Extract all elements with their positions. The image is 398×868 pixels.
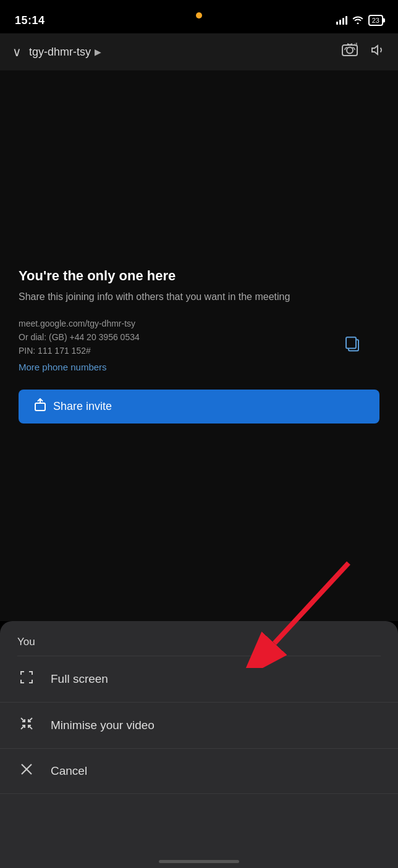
fullscreen-icon xyxy=(17,670,36,688)
bottom-panel: You Full screen xyxy=(0,621,398,868)
minimise-video-menu-item[interactable]: Minimise your video xyxy=(0,703,398,749)
chevron-down-icon[interactable]: ∨ xyxy=(12,44,22,59)
home-indicator xyxy=(159,860,239,863)
meeting-id-arrow-icon: ▶ xyxy=(95,47,101,57)
meeting-link-row: meet.google.com/tgy-dhmr-tsy Or dial: (G… xyxy=(19,317,379,362)
copy-icon[interactable] xyxy=(344,338,361,355)
share-invite-button[interactable]: Share invite xyxy=(19,390,379,424)
svg-rect-5 xyxy=(346,337,356,348)
minimise-icon xyxy=(17,716,36,735)
svg-rect-6 xyxy=(35,403,45,411)
main-content: You're the only one here Share this join… xyxy=(0,70,398,621)
signal-icon xyxy=(336,16,347,25)
battery-icon: 23 xyxy=(368,15,383,26)
wifi-icon xyxy=(352,15,363,26)
full-screen-menu-item[interactable]: Full screen xyxy=(0,656,398,703)
meeting-id: tgy-dhmr-tsy ▶ xyxy=(29,46,101,59)
full-screen-label: Full screen xyxy=(51,672,108,686)
bottom-panel-header: You xyxy=(0,621,398,656)
only-one-heading: You're the only one here xyxy=(19,268,379,284)
joining-info-text: Share this joining info with others that… xyxy=(19,290,379,304)
svg-point-1 xyxy=(347,48,353,54)
share-invite-label: Share invite xyxy=(53,400,112,413)
share-icon xyxy=(33,398,47,415)
cancel-label: Cancel xyxy=(51,764,87,778)
status-bar: 15:14 23 xyxy=(0,0,398,33)
camera-switch-icon[interactable]: ↺ xyxy=(341,43,358,61)
status-time: 15:14 xyxy=(15,14,45,27)
status-dot xyxy=(196,12,202,19)
meeting-details-block: meet.google.com/tgy-dhmr-tsy Or dial: (G… xyxy=(19,317,140,362)
audio-icon[interactable] xyxy=(371,43,386,61)
svg-marker-3 xyxy=(372,46,378,54)
copy-icon-wrapper[interactable] xyxy=(344,335,361,356)
minimise-video-label: Minimise your video xyxy=(51,719,155,732)
meeting-link: meet.google.com/tgy-dhmr-tsy Or dial: (G… xyxy=(19,317,140,358)
cancel-icon xyxy=(17,762,36,780)
cancel-menu-item[interactable]: Cancel xyxy=(0,749,398,794)
svg-text:↺: ↺ xyxy=(354,43,358,48)
status-icons: 23 xyxy=(336,15,383,26)
more-phone-numbers-link[interactable]: More phone numbers xyxy=(19,362,379,372)
top-nav: ∨ tgy-dhmr-tsy ▶ ↺ xyxy=(0,33,398,70)
nav-right-icons: ↺ xyxy=(341,43,386,61)
